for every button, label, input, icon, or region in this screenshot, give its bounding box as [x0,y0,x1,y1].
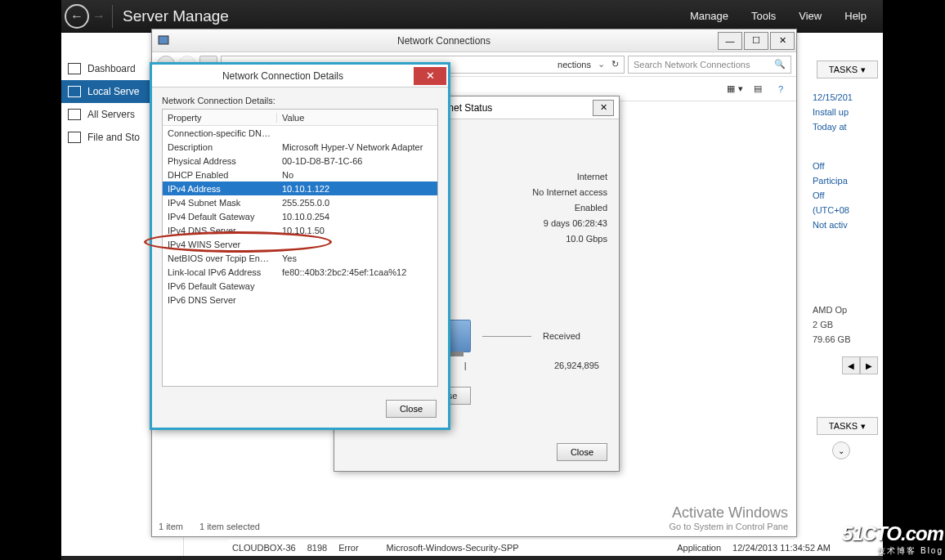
nc-search-input[interactable]: Search Network Connections 🔍 [628,56,791,74]
nav-forward-button: → [91,8,107,25]
property-row[interactable]: IPv6 DNS Server [163,293,437,307]
col-property[interactable]: Property [163,113,277,123]
tasks-dropdown[interactable]: TASKS▾ [817,60,878,78]
watermark: 51CTO.com 技术博客 Blog [842,522,943,557]
search-icon: 🔍 [774,59,786,69]
property-row[interactable]: IPv4 DNS Server10.10.1.50 [163,223,437,237]
menu-help[interactable]: Help [844,10,867,22]
hw-cpu: AMD Op [813,302,878,317]
view-icons-button[interactable]: ▦ ▾ [726,80,744,98]
property-row[interactable]: NetBIOS over Tcpip En…Yes [163,251,437,265]
ncd-close-button[interactable]: Close [386,400,437,418]
property-row[interactable]: IPv6 Default Gateway [163,279,437,293]
property-row[interactable]: Link-local IPv6 Addressfe80::40b3:2bc2:4… [163,265,437,279]
info-install[interactable]: Install up [813,105,878,119]
property-row[interactable]: DHCP EnabledNo [163,168,437,181]
nc-minimize-button[interactable]: — [718,32,742,50]
bytes-received: 26,924,895 [554,361,599,370]
nc-close-button[interactable]: ✕ [770,32,795,50]
storage-icon [68,132,81,143]
col-value[interactable]: Value [277,113,437,123]
es-close-x[interactable]: ✕ [593,100,614,116]
ncd-label: Network Connection Details: [162,96,438,105]
property-row[interactable]: Connection-specific DN… [163,126,437,140]
tasks-dropdown-2[interactable]: TASKS▾ [817,417,878,435]
svg-rect-0 [159,36,168,44]
ncd-title: Network Connection Details [152,70,414,82]
ncd-close-x[interactable]: ✕ [414,67,446,85]
nav-back-button[interactable]: ← [65,4,89,29]
info-date: 12/15/201 [813,90,878,105]
server-manager-title: Server Manage [123,7,229,25]
property-row[interactable]: IPv4 Subnet Mask255.255.0.0 [163,195,437,209]
server-manager-menu: Manage Tools View Help [690,10,883,22]
info-today: Today at [813,119,878,134]
server-icon [68,86,81,97]
status-selected: 1 item selected [199,522,260,531]
property-row[interactable]: IPv4 Address10.10.1.122 [163,181,437,195]
expand-button[interactable]: ⌄ [832,441,850,459]
network-icon [157,34,170,47]
view-details-button[interactable]: ▤ [749,80,767,98]
menu-view[interactable]: View [799,10,822,22]
property-row[interactable]: IPv4 WINS Server [163,237,437,251]
status-count: 1 item [159,522,183,531]
refresh-icon[interactable]: ↻ [611,59,619,69]
dashboard-icon [68,63,81,74]
received-label: Received [543,331,580,341]
server-manager-header: ← → Server Manage Manage Tools View Help [61,0,883,33]
help-icon[interactable]: ? [772,80,790,98]
property-row[interactable]: IPv4 Default Gateway10.10.0.254 [163,209,437,223]
hw-disk: 79.66 GB [813,332,878,347]
servers-icon [68,109,81,120]
chevron-down-icon: ▾ [861,65,866,75]
ncd-property-list: Property Value Connection-specific DN…De… [162,109,438,387]
menu-tools[interactable]: Tools [751,10,776,22]
activate-windows-watermark: Activate Windows Go to System in Control… [669,504,788,531]
es-close-button[interactable]: Close [557,443,607,461]
menu-manage[interactable]: Manage [690,10,728,22]
event-log-row[interactable]: CLOUDBOX-36 8198 Error Microsoft-Windows… [229,540,834,556]
property-row[interactable]: DescriptionMicrosoft Hyper-V Network Ada… [163,140,437,154]
scroll-left-button[interactable]: ◀ [842,356,860,374]
nc-window-title: Network Connections [170,35,718,47]
nc-maximize-button[interactable]: ☐ [744,32,768,50]
hw-ram: 2 GB [813,317,878,332]
connection-details-window: Network Connection Details ✕ Network Con… [150,62,450,430]
scroll-right-button[interactable]: ▶ [860,356,878,374]
property-row[interactable]: Physical Address00-1D-D8-B7-1C-66 [163,154,437,168]
chevron-down-icon: ▾ [861,421,866,432]
